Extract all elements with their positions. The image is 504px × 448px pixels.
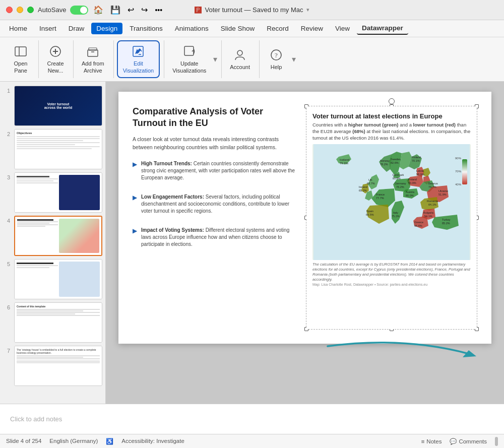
ribbon-group-update: UpdateVisualizations ▾ — [164, 40, 220, 78]
svg-point-11 — [237, 50, 242, 55]
open-pane-button[interactable]: OpenPane — [7, 41, 34, 77]
menu-home[interactable]: Home — [4, 23, 32, 34]
slide-img-7[interactable]: The 'strategy house' is embedded to a fu… — [14, 346, 102, 386]
autosave-label: AutoSave — [38, 6, 66, 14]
svg-text:82.6%: 82.6% — [391, 161, 399, 164]
menu-view[interactable]: View — [330, 23, 355, 34]
bullet-1-text: High Turnout Trends: Certain countries c… — [141, 160, 298, 181]
help-button[interactable]: ? Help — [263, 45, 290, 74]
menu-draw[interactable]: Draw — [64, 23, 90, 34]
edit-visualization-label: EditVisualization — [123, 60, 154, 74]
ribbon-group-account: Account — [221, 40, 258, 78]
minimize-button[interactable] — [17, 7, 23, 13]
menu-design[interactable]: Design — [91, 23, 122, 34]
menu-slideshow[interactable]: Slide Show — [216, 23, 260, 34]
svg-text:Spain: Spain — [366, 210, 373, 213]
slide-thumb-4[interactable]: 4 — [3, 216, 102, 256]
open-pane-icon — [14, 44, 28, 58]
ribbon: OpenPane CreateNew... Add fromArchive Ed… — [0, 37, 504, 82]
menu-transitions[interactable]: Transitions — [124, 23, 168, 34]
account-button[interactable]: Account — [225, 45, 255, 74]
status-left: Slide 4 of 254 English (Germany) ♿ Acces… — [6, 438, 184, 445]
bullet-2-icon: ▶ — [133, 194, 137, 201]
update-visualizations-button[interactable]: UpdateVisualizations — [167, 41, 211, 77]
ribbon-group-archive: Add fromArchive — [73, 40, 112, 78]
menu-record[interactable]: Record — [262, 23, 294, 34]
slide-thumb-6[interactable]: 6 Content of this template — [3, 302, 102, 343]
add-from-archive-label: Add fromArchive — [82, 60, 104, 74]
menu-review[interactable]: Review — [296, 23, 328, 34]
create-new-icon — [48, 44, 62, 58]
svg-text:Ukraine: Ukraine — [438, 189, 448, 193]
canvas-arrow — [323, 331, 484, 363]
status-bar: Slide 4 of 254 English (Germany) ♿ Acces… — [0, 434, 504, 448]
slide-panel: 1 Voter turnoutacross the world 2 Object… — [0, 82, 106, 404]
close-button[interactable] — [6, 7, 13, 13]
rotate-handle[interactable] — [389, 98, 395, 104]
svg-text:Bulgaria: Bulgaria — [423, 211, 434, 214]
edit-visualization-button[interactable]: EditVisualization — [117, 40, 160, 78]
ribbon-group-create: CreateNew... — [38, 40, 72, 78]
window-title: 🅿 Voter turnout — Saved to my Mac ▾ — [195, 6, 309, 14]
create-new-button[interactable]: CreateNew... — [42, 41, 69, 77]
svg-text:40%: 40% — [455, 183, 462, 186]
menu-datawrapper[interactable]: Datawrapper — [357, 22, 408, 35]
svg-text:51.9%: 51.9% — [438, 193, 447, 196]
svg-rect-5 — [88, 50, 98, 56]
svg-rect-55 — [462, 159, 467, 184]
svg-text:79.2%: 79.2% — [340, 162, 349, 165]
slide-img-6[interactable]: Content of this template — [14, 302, 102, 343]
slide-num-5: 5 — [3, 259, 10, 267]
menu-insert[interactable]: Insert — [34, 23, 61, 34]
svg-text:74.7%: 74.7% — [428, 185, 436, 188]
slide-img-3[interactable] — [14, 172, 102, 213]
bullet-2: ▶ Low Engagement Factors: Several factor… — [133, 194, 298, 215]
svg-text:90%: 90% — [455, 157, 462, 160]
title-bar: AutoSave 🏠 💾 ↩ ↪ ••• 🅿 Voter turnout — S… — [0, 0, 504, 20]
accessibility-icon: ♿ — [106, 438, 113, 445]
slide-thumb-3[interactable]: 3 — [3, 172, 102, 213]
undo-icon[interactable]: ↩ — [128, 5, 134, 15]
svg-text:Ireland: Ireland — [359, 185, 367, 188]
slide-img-5[interactable] — [14, 259, 102, 299]
svg-text:78.2%: 78.2% — [380, 163, 388, 166]
slide-thumb-1[interactable]: 1 Voter turnoutacross the world — [3, 86, 102, 126]
bullet-2-title: Low Engagement Factors: — [141, 194, 204, 200]
update-dropdown-arrow[interactable]: ▾ — [213, 54, 217, 64]
slide-thumb-2[interactable]: 2 Objectives — [3, 129, 102, 169]
slide-img-2[interactable]: Objectives — [14, 129, 102, 169]
svg-text:76.2%: 76.2% — [396, 185, 404, 188]
save-icon[interactable]: 💾 — [110, 5, 120, 15]
bullet-3-text: Impact of Voting Systems: Different elec… — [141, 227, 298, 248]
home-icon[interactable]: 🏠 — [93, 5, 103, 15]
bullet-2-text: Low Engagement Factors: Several factors,… — [141, 194, 298, 215]
notes-button[interactable]: ≡ Notes — [421, 438, 442, 444]
ribbon-group-help: ? Help ▾ — [259, 40, 299, 78]
help-dropdown-arrow[interactable]: ▾ — [292, 54, 296, 64]
accessibility-info[interactable]: Accessibility: Investigate — [121, 438, 184, 445]
slide-thumb-5[interactable]: 5 — [3, 259, 102, 299]
notes-bar[interactable]: Click to add notes — [0, 404, 504, 434]
slide-main-title: Comparative Analysis of Voter Turnout in… — [133, 106, 298, 130]
comments-button[interactable]: 💬 Comments — [450, 438, 487, 445]
maximize-button[interactable] — [27, 7, 34, 13]
more-icon[interactable]: ••• — [155, 6, 162, 14]
scrollbar-handle[interactable] — [495, 437, 498, 446]
chart-container[interactable]: Voter turnout at latest elections in Eur… — [306, 106, 477, 330]
slide-thumb-7[interactable]: 7 The 'strategy house' is embedded to a … — [3, 346, 102, 386]
chart-source: Map: Lisa Charlotte Rost, Datawrapper • … — [312, 283, 471, 286]
europe-map: Iceland 79.2% Sweden 82.6% Finland 70.1%… — [312, 144, 471, 260]
slide-img-1[interactable]: Voter turnoutacross the world — [14, 86, 102, 126]
redo-icon[interactable]: ↪ — [141, 5, 148, 15]
menu-animations[interactable]: Animations — [170, 23, 214, 34]
add-from-archive-button[interactable]: Add fromArchive — [77, 41, 109, 77]
slide-body-text: A closer look at voter turnout data reve… — [133, 136, 298, 152]
svg-text:Romania: Romania — [427, 200, 438, 203]
svg-text:66.5%: 66.5% — [366, 213, 374, 216]
slide-num-6: 6 — [3, 302, 10, 310]
autosave-toggle[interactable] — [70, 6, 88, 15]
slide-img-4[interactable] — [14, 216, 102, 256]
chevron-down-icon[interactable]: ▾ — [306, 7, 309, 13]
ribbon-group-pane: OpenPane — [4, 40, 37, 78]
status-right: ≡ Notes 💬 Comments — [421, 437, 498, 446]
